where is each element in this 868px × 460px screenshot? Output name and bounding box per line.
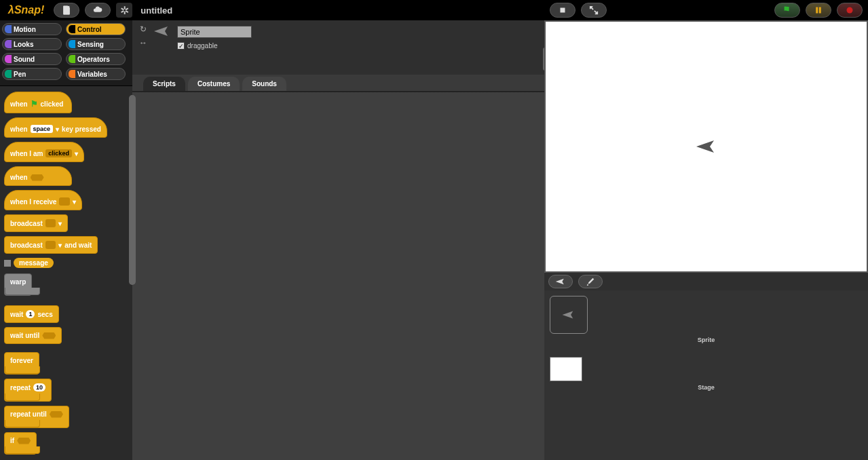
tab-costumes[interactable]: Costumes	[188, 77, 240, 91]
sprite-corral-item[interactable]: Sprite	[550, 296, 863, 343]
block-repeat-until[interactable]: repeat until	[4, 406, 69, 428]
app-logo[interactable]: λSnap!	[4, 4, 48, 16]
block-when-i-receive[interactable]: when I receive ▾	[4, 190, 82, 210]
message-var-row[interactable]: message	[4, 258, 128, 268]
category-looks[interactable]: Looks	[2, 38, 62, 50]
arrow-sprite-icon[interactable]	[695, 138, 718, 155]
rotate-icon[interactable]: ↻	[140, 24, 147, 34]
flag-icon: ⚑	[31, 99, 38, 109]
paint-sprite-button[interactable]	[578, 275, 603, 288]
settings-button[interactable]: ✲	[116, 3, 132, 18]
corral-toolbar	[544, 273, 868, 290]
block-when-key-pressed[interactable]: whenspace▾ key pressed	[4, 117, 107, 138]
block-wait-until[interactable]: wait until	[4, 327, 62, 344]
category-pen[interactable]: Pen	[2, 68, 62, 80]
stop-icon	[846, 6, 854, 14]
block-list[interactable]: when⚑clicked whenspace▾ key pressed when…	[0, 86, 132, 460]
scripts-area[interactable]	[132, 91, 544, 460]
file-button[interactable]	[54, 3, 79, 18]
stage[interactable]	[544, 20, 868, 273]
tab-sounds[interactable]: Sounds	[242, 77, 286, 91]
sprite-thumbnail	[153, 24, 172, 41]
category-control[interactable]: Control	[66, 23, 126, 35]
block-forever[interactable]: forever	[4, 352, 39, 375]
category-selector: Motion Control Looks Sensing Sound Opera…	[0, 20, 132, 86]
sprite-label: Sprite	[550, 337, 863, 343]
shrink-icon	[558, 5, 567, 15]
editor-panel: ↻ ↔ ✓draggable Scripts Costumes Sounds	[132, 20, 544, 460]
draggable-label: draggable	[187, 42, 217, 50]
green-flag-button[interactable]	[774, 3, 800, 18]
stop-button[interactable]	[837, 3, 863, 18]
small-stage-button[interactable]	[550, 3, 575, 18]
block-broadcast-and-wait[interactable]: broadcast ▾ and wait	[4, 236, 98, 254]
tab-scripts[interactable]: Scripts	[143, 77, 185, 91]
file-icon	[62, 5, 71, 15]
category-variables[interactable]: Variables	[66, 68, 126, 80]
block-warp[interactable]: warp	[4, 273, 32, 296]
stage-panel: Sprite Stage	[544, 20, 868, 460]
project-title[interactable]: untitled	[140, 5, 172, 16]
pause-icon	[814, 6, 823, 14]
category-sound[interactable]: Sound	[2, 53, 62, 65]
block-when-i-am[interactable]: when I amclicked▾	[4, 142, 84, 162]
flag-icon	[782, 5, 792, 15]
pause-button[interactable]	[806, 3, 831, 18]
svg-rect-0	[64, 6, 70, 14]
paintbrush-icon	[586, 277, 595, 286]
block-repeat[interactable]: repeat10	[4, 379, 52, 402]
cloud-button[interactable]	[85, 3, 111, 18]
svg-rect-1	[561, 8, 565, 13]
expand-icon	[589, 5, 599, 15]
svg-rect-3	[819, 7, 821, 14]
block-palette: Motion Control Looks Sensing Sound Opera…	[0, 20, 132, 460]
palette-scrollbar[interactable]	[129, 95, 136, 285]
sprite-name-input[interactable]	[177, 26, 252, 38]
cloud-icon	[93, 5, 102, 15]
svg-point-4	[847, 7, 853, 14]
editor-tabs: Scripts Costumes Sounds	[132, 75, 544, 91]
stage-corral-item[interactable]: Stage	[550, 357, 863, 391]
fullscreen-button[interactable]	[581, 3, 607, 18]
sprite-corral: Sprite Stage	[544, 290, 868, 460]
arrow-sprite-icon	[561, 309, 576, 320]
block-wait[interactable]: wait1secs	[4, 305, 59, 323]
draggable-checkbox[interactable]: ✓	[177, 42, 185, 50]
stage-thumbnail[interactable]	[550, 357, 582, 381]
category-operators[interactable]: Operators	[66, 53, 126, 65]
category-motion[interactable]: Motion	[2, 23, 62, 35]
svg-rect-2	[816, 7, 818, 14]
category-sensing[interactable]: Sensing	[66, 38, 126, 50]
block-broadcast[interactable]: broadcast ▾	[4, 214, 68, 232]
sprite-header: ↻ ↔ ✓draggable	[132, 20, 544, 75]
flip-icon[interactable]: ↔	[139, 38, 147, 47]
block-when-condition[interactable]: when	[4, 166, 72, 186]
top-toolbar: λSnap! ✲ untitled	[0, 0, 868, 20]
arrow-sprite-icon	[554, 277, 567, 286]
stage-label: Stage	[550, 384, 863, 391]
block-if[interactable]: if	[4, 432, 37, 455]
checkbox-icon[interactable]	[4, 260, 11, 267]
new-sprite-arrow-button[interactable]	[548, 275, 573, 288]
stage-size-controls	[550, 3, 607, 18]
run-controls	[774, 3, 863, 18]
block-when-flag-clicked[interactable]: when⚑clicked	[4, 92, 72, 113]
